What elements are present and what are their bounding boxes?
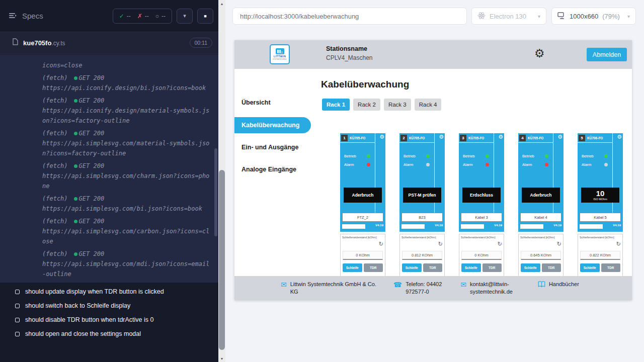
fetch-tag: (fetch) bbox=[42, 96, 68, 106]
refresh-icon[interactable]: ↻ bbox=[616, 241, 621, 247]
viewport-selector[interactable]: 1000x660 (79%) ▾ bbox=[551, 8, 636, 25]
schleife-button[interactable]: Schleife bbox=[580, 263, 600, 272]
specs-label[interactable]: Specs bbox=[22, 12, 43, 20]
request-url: https://api.simplesvg.com/bi.json?icons=… bbox=[42, 204, 211, 214]
cable-name-field[interactable]: Kabel 5 bbox=[580, 213, 621, 222]
scroll-up-icon[interactable]: ▲ bbox=[218, 0, 225, 7]
firmware-version: V4.19 bbox=[375, 224, 383, 227]
http-status: GET 200 bbox=[79, 128, 105, 138]
status-display: PST-M prüfen bbox=[403, 188, 441, 203]
log-entry-head[interactable]: (fetch)GET 200 bbox=[42, 194, 211, 204]
sidebar-item-uebersicht[interactable]: Übersicht bbox=[234, 95, 311, 111]
firmware-version: V4.19 bbox=[613, 224, 621, 227]
scroll-down-icon[interactable]: ▼ bbox=[218, 355, 225, 362]
app-header: LITTWIN SYSTEMTECHNIK Stationsname CPLV4… bbox=[234, 40, 632, 69]
tab-rack-2[interactable]: Rack 2 bbox=[353, 99, 380, 111]
card-settings-icon[interactable]: ⚙ bbox=[617, 134, 622, 140]
log-entry-head[interactable]: (fetch)GET 200 bbox=[42, 216, 211, 226]
test-item[interactable]: should update display when TDR button is… bbox=[0, 285, 218, 299]
refresh-icon[interactable]: ↻ bbox=[379, 241, 383, 247]
card-settings-icon[interactable]: ⚙ bbox=[557, 134, 562, 140]
device-model: KÜ706-FO bbox=[587, 136, 603, 140]
schleife-button[interactable]: Schleife bbox=[461, 263, 481, 272]
tab-rack-3[interactable]: Rack 3 bbox=[384, 99, 411, 111]
logo-mark-icon bbox=[276, 48, 284, 54]
command-log: icons=close (fetch)GET 200 https://api.i… bbox=[0, 54, 218, 283]
test-item[interactable]: should switch back to Schleife display bbox=[0, 299, 218, 313]
app-body: Übersicht Kabelüberwachung Ein- und Ausg… bbox=[234, 69, 632, 300]
log-scrollbar-thumb[interactable] bbox=[214, 148, 217, 236]
betrieb-led bbox=[545, 154, 548, 158]
alarm-led bbox=[367, 163, 370, 166]
device-card-1: 1KÜ705-FO ⚙ Betrieb Alarm Aderbruch FTZ_… bbox=[340, 133, 385, 280]
tdr-button[interactable]: TDR bbox=[542, 263, 561, 272]
fetch-tag: (fetch) bbox=[42, 249, 68, 259]
test-title: should disable TDR button when tdrActive… bbox=[25, 316, 153, 323]
sidebar-item-ein-und-ausgaenge[interactable]: Ein- und Ausgänge bbox=[234, 139, 311, 155]
spec-timer: 00:11 bbox=[190, 38, 213, 48]
test-item[interactable]: should open and close the settings modal bbox=[0, 327, 218, 341]
log-entry-head[interactable]: (fetch)GET 200 bbox=[42, 73, 211, 83]
tdr-button[interactable]: TDR bbox=[482, 263, 502, 272]
log-entry-head[interactable]: (fetch)GET 200 bbox=[42, 128, 211, 138]
footer-email[interactable]: ✉kontakt@littwin-systemtechnik.de bbox=[460, 281, 524, 296]
url-bar[interactable]: http://localhost:3000/kabelueberwachung bbox=[232, 8, 467, 25]
refresh-icon[interactable]: ↻ bbox=[438, 241, 443, 247]
schleife-button[interactable]: Schleife bbox=[343, 263, 362, 272]
card-settings-icon[interactable]: ⚙ bbox=[439, 134, 444, 140]
http-status: GET 200 bbox=[79, 73, 105, 83]
refresh-icon[interactable]: ↻ bbox=[498, 241, 502, 247]
card-settings-icon[interactable]: ⚙ bbox=[498, 134, 503, 140]
footer-manuals[interactable]: Handbücher bbox=[538, 281, 579, 289]
station-name: CPLV4_Maschen bbox=[326, 54, 373, 61]
specs-list-icon[interactable] bbox=[9, 12, 17, 21]
alarm-led bbox=[545, 163, 548, 166]
tdr-button[interactable]: TDR bbox=[423, 263, 443, 272]
test-state-icon bbox=[15, 318, 20, 322]
request-url: https://api.simplesvg.com/mdi.json?icons… bbox=[42, 259, 211, 279]
measurement-label: Schleifenwiderstand [kOhm] bbox=[400, 234, 444, 239]
cable-name-field[interactable]: B23 bbox=[401, 213, 443, 222]
test-item[interactable]: should disable TDR button when tdrActive… bbox=[0, 313, 218, 327]
fetch-tag: (fetch) bbox=[42, 161, 68, 171]
stop-run-button[interactable]: ■ bbox=[197, 9, 213, 24]
tdr-button[interactable]: TDR bbox=[364, 263, 383, 272]
collapse-button[interactable]: ▾ bbox=[177, 9, 193, 24]
logout-button[interactable]: Abmelden bbox=[587, 48, 627, 61]
version-field bbox=[401, 224, 425, 229]
divider bbox=[518, 142, 553, 143]
sidebar: Übersicht Kabelüberwachung Ein- und Ausg… bbox=[234, 69, 311, 300]
app-footer: ✉Littwin Systemtechnik GmbH & Co. KG ☎Te… bbox=[234, 276, 632, 300]
log-entry-head[interactable]: (fetch)GET 200 bbox=[42, 161, 211, 171]
tab-rack-4[interactable]: Rack 4 bbox=[415, 99, 442, 111]
test-title: should switch back to Schleife display bbox=[25, 302, 130, 309]
tab-rack-1[interactable]: Rack 1 bbox=[322, 99, 350, 111]
alarm-label: Alarm bbox=[522, 162, 532, 167]
browser-selector[interactable]: Electron 130 ▾ bbox=[471, 8, 546, 25]
schleife-button[interactable]: Schleife bbox=[521, 263, 540, 272]
test-state-icon bbox=[15, 304, 20, 308]
schleife-button[interactable]: Schleife bbox=[402, 263, 422, 272]
cable-name-field[interactable]: Kabel 4 bbox=[520, 213, 561, 222]
fetch-tag: (fetch) bbox=[42, 73, 68, 83]
card-settings-icon[interactable]: ⚙ bbox=[379, 134, 384, 140]
betrieb-label: Betrieb bbox=[463, 154, 475, 158]
fetch-tag: (fetch) bbox=[42, 216, 68, 226]
sidebar-item-kabelueberwachung[interactable]: Kabelüberwachung bbox=[234, 117, 311, 133]
log-entry-head[interactable]: (fetch)GET 200 bbox=[42, 96, 211, 106]
scrollbar-thumb[interactable] bbox=[219, 170, 225, 350]
cable-name-field[interactable]: Kabel 3 bbox=[461, 213, 502, 222]
sidebar-item-analoge-eingaenge[interactable]: Analoge Eingänge bbox=[234, 161, 311, 177]
panel-scrollbar[interactable]: ▲ ▼ bbox=[218, 0, 225, 362]
request-url: https://api.iconify.design/material-symb… bbox=[42, 106, 211, 126]
spec-header[interactable]: kue705fo.cy.ts 00:11 bbox=[0, 32, 218, 54]
refresh-icon[interactable]: ↻ bbox=[557, 241, 561, 247]
device-panel: 2KÜ705-FO ⚙ Betrieb Alarm PST-M prüfen B… bbox=[399, 133, 445, 232]
tdr-button[interactable]: TDR bbox=[601, 263, 621, 272]
http-status: GET 200 bbox=[79, 249, 105, 259]
log-entry: (fetch)GET 200 https://api.iconify.desig… bbox=[42, 73, 211, 93]
log-entry-head[interactable]: (fetch)GET 200 bbox=[42, 249, 211, 259]
version-field bbox=[580, 224, 603, 229]
cable-name-field[interactable]: FTZ_2 bbox=[342, 213, 383, 222]
settings-gear-icon[interactable]: ⚙ bbox=[534, 47, 545, 60]
